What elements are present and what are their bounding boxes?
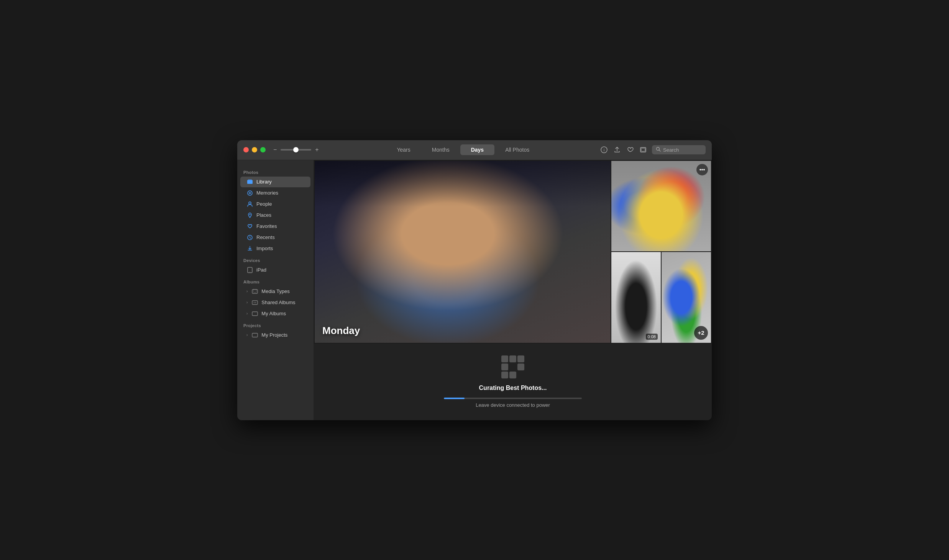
more-photos-badge[interactable]: +2 bbox=[694, 326, 708, 340]
media-types-chevron: › bbox=[246, 289, 248, 293]
shared-albums-label: Shared Albums bbox=[261, 300, 295, 305]
search-placeholder: Search bbox=[663, 147, 679, 153]
sidebar-item-people[interactable]: People bbox=[240, 199, 310, 210]
my-albums-icon bbox=[251, 310, 258, 317]
sidebar-item-media-types[interactable]: › Media Types bbox=[240, 286, 310, 297]
places-icon bbox=[246, 212, 253, 219]
shared-albums-chevron: › bbox=[246, 300, 248, 305]
svg-rect-16 bbox=[253, 289, 256, 292]
tab-all-photos[interactable]: All Photos bbox=[494, 144, 540, 155]
info-icon[interactable]: i bbox=[600, 146, 608, 154]
my-projects-chevron: › bbox=[246, 333, 248, 337]
svg-rect-17 bbox=[252, 301, 258, 305]
curation-icon bbox=[501, 355, 524, 378]
zoom-slider[interactable] bbox=[281, 149, 311, 151]
people-icon bbox=[246, 201, 253, 208]
sidebar-section-projects: Projects bbox=[237, 319, 314, 329]
my-albums-label: My Albums bbox=[261, 311, 286, 316]
curation-icon-cell bbox=[509, 372, 516, 378]
media-types-label: Media Types bbox=[261, 288, 289, 294]
svg-text:i: i bbox=[603, 147, 604, 152]
sidebar-item-recents[interactable]: Recents bbox=[240, 232, 310, 243]
curation-icon-cell bbox=[517, 355, 524, 362]
svg-point-10 bbox=[249, 202, 251, 204]
library-icon bbox=[246, 178, 253, 185]
svg-point-14 bbox=[250, 272, 250, 272]
sidebar-section-photos: Photos bbox=[237, 166, 314, 176]
photo-thumb-lego1[interactable]: ••• bbox=[611, 161, 711, 252]
photo-thumb-remote[interactable]: 0:08 bbox=[611, 252, 661, 343]
share-icon[interactable] bbox=[613, 146, 621, 154]
sidebar-item-my-projects[interactable]: › My Projects bbox=[240, 330, 310, 341]
sidebar-item-library[interactable]: Library bbox=[240, 177, 310, 187]
imports-label: Imports bbox=[256, 246, 273, 251]
recents-icon bbox=[246, 234, 253, 241]
sidebar-item-favorites[interactable]: Favorites bbox=[240, 221, 310, 232]
sidebar-item-places[interactable]: Places bbox=[240, 210, 310, 221]
my-albums-chevron: › bbox=[246, 311, 248, 316]
favorites-label: Favorites bbox=[256, 223, 277, 229]
svg-rect-3 bbox=[641, 148, 645, 151]
memories-icon bbox=[246, 190, 253, 196]
main-content: Photos Library Memories bbox=[237, 160, 712, 420]
memories-label: Memories bbox=[256, 190, 278, 196]
media-types-icon bbox=[251, 288, 258, 295]
ipad-label: iPad bbox=[256, 267, 266, 273]
svg-point-18 bbox=[254, 302, 255, 303]
curation-subtitle: Leave device connected to power bbox=[476, 402, 550, 408]
photos-app-window: − + Years Months Days All Photos i bbox=[237, 140, 712, 420]
traffic-lights bbox=[243, 147, 266, 152]
video-duration-badge: 0:08 bbox=[646, 334, 658, 340]
people-label: People bbox=[256, 201, 272, 207]
close-button[interactable] bbox=[243, 147, 249, 152]
maximize-button[interactable] bbox=[260, 147, 266, 152]
library-label: Library bbox=[256, 179, 272, 185]
svg-point-11 bbox=[250, 214, 251, 215]
curation-icon-cell bbox=[509, 355, 516, 362]
svg-point-9 bbox=[249, 192, 251, 194]
svg-rect-20 bbox=[252, 312, 258, 316]
places-label: Places bbox=[256, 212, 271, 218]
zoom-out-button[interactable]: − bbox=[272, 146, 278, 153]
ellipsis-dots: ••• bbox=[699, 167, 705, 173]
ipad-icon bbox=[246, 267, 253, 273]
my-projects-label: My Projects bbox=[261, 332, 287, 338]
sidebar-item-ipad[interactable]: iPad bbox=[240, 265, 310, 275]
curation-icon-cell bbox=[517, 364, 524, 370]
sidebar-item-shared-albums[interactable]: › Shared Albums bbox=[240, 297, 310, 308]
slideshow-icon[interactable] bbox=[639, 146, 647, 154]
search-bar[interactable]: Search bbox=[652, 145, 706, 154]
curation-icon-cell bbox=[501, 372, 508, 378]
svg-rect-15 bbox=[252, 290, 258, 293]
svg-point-19 bbox=[255, 302, 256, 303]
search-icon bbox=[656, 147, 661, 153]
curation-icon-cell bbox=[501, 355, 508, 362]
photo-grid: Monday ••• 0:08 bbox=[314, 160, 712, 344]
zoom-controls: − + bbox=[272, 146, 320, 153]
zoom-thumb bbox=[293, 147, 299, 152]
sidebar-item-imports[interactable]: Imports bbox=[240, 243, 310, 254]
nav-tabs: Years Months Days All Photos bbox=[327, 144, 600, 155]
photo-main-girl[interactable]: Monday bbox=[315, 161, 611, 343]
curation-icon-cell bbox=[509, 364, 516, 370]
sidebar-section-albums: Albums bbox=[237, 276, 314, 286]
sidebar-section-devices: Devices bbox=[237, 254, 314, 264]
tab-years[interactable]: Years bbox=[386, 144, 421, 155]
photo-bottom-thumbs: 0:08 +2 bbox=[611, 252, 711, 343]
sidebar-item-memories[interactable]: Memories bbox=[240, 188, 310, 198]
zoom-in-button[interactable]: + bbox=[314, 146, 320, 153]
minimize-button[interactable] bbox=[252, 147, 257, 152]
tab-days[interactable]: Days bbox=[460, 144, 494, 155]
titlebar-actions: i bbox=[600, 145, 706, 154]
photo-thumb-lego2[interactable]: +2 bbox=[662, 252, 711, 343]
svg-rect-21 bbox=[252, 333, 258, 337]
curation-icon-cell bbox=[501, 364, 508, 370]
favorites-icon[interactable] bbox=[626, 146, 634, 154]
sidebar: Photos Library Memories bbox=[237, 160, 314, 420]
progress-container: Leave device connected to power bbox=[444, 398, 582, 408]
imports-icon bbox=[246, 245, 253, 252]
tab-months[interactable]: Months bbox=[421, 144, 460, 155]
svg-rect-7 bbox=[248, 179, 252, 183]
ellipsis-menu-button[interactable]: ••• bbox=[696, 164, 708, 175]
sidebar-item-my-albums[interactable]: › My Albums bbox=[240, 308, 310, 319]
